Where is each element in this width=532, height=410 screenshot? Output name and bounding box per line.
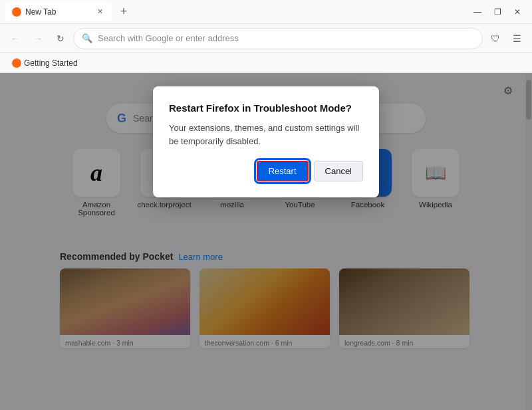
window-controls: — ❐ ✕ bbox=[468, 3, 527, 21]
address-text: Search with Google or enter address bbox=[98, 33, 239, 43]
modal-body: Your extensions, themes, and custom sett… bbox=[169, 122, 363, 148]
tab-favicon bbox=[12, 7, 21, 17]
address-search-icon: 🔍 bbox=[82, 33, 92, 43]
bookmark-label: Getting Started bbox=[24, 58, 78, 68]
forward-button[interactable]: → bbox=[28, 29, 48, 49]
minimize-button[interactable]: — bbox=[468, 3, 487, 21]
modal-title: Restart Firefox in Troubleshoot Mode? bbox=[169, 102, 363, 114]
tab-close-button[interactable]: ✕ bbox=[94, 7, 105, 17]
address-bar[interactable]: 🔍 Search with Google or enter address bbox=[73, 28, 483, 49]
back-button[interactable]: ← bbox=[5, 29, 25, 49]
bookmark-bar: Getting Started bbox=[0, 53, 532, 73]
title-bar: New Tab ✕ + — ❐ ✕ bbox=[0, 0, 532, 24]
modal-overlay: Restart Firefox in Troubleshoot Mode? Yo… bbox=[0, 73, 532, 410]
close-button[interactable]: ✕ bbox=[508, 3, 527, 21]
shield-button[interactable]: 🛡 bbox=[485, 29, 505, 49]
browser-tab[interactable]: New Tab ✕ bbox=[5, 2, 112, 22]
cancel-button[interactable]: Cancel bbox=[314, 161, 363, 181]
menu-button[interactable]: ☰ bbox=[507, 29, 527, 49]
tab-title: New Tab bbox=[25, 7, 56, 17]
restart-button[interactable]: Restart bbox=[257, 161, 309, 181]
bookmark-getting-started[interactable]: Getting Started bbox=[7, 57, 83, 69]
bookmark-favicon bbox=[12, 58, 21, 68]
reload-button[interactable]: ↻ bbox=[51, 29, 70, 49]
modal-buttons: Restart Cancel bbox=[169, 161, 363, 181]
troubleshoot-modal: Restart Firefox in Troubleshoot Mode? Yo… bbox=[153, 86, 379, 197]
nav-right-controls: 🛡 ☰ bbox=[485, 29, 527, 49]
new-tab-button[interactable]: + bbox=[114, 3, 133, 21]
new-tab-page: ⚙ G Search with Google or enter address … bbox=[0, 73, 532, 410]
maximize-button[interactable]: ❐ bbox=[488, 3, 507, 21]
navigation-bar: ← → ↻ 🔍 Search with Google or enter addr… bbox=[0, 24, 532, 53]
